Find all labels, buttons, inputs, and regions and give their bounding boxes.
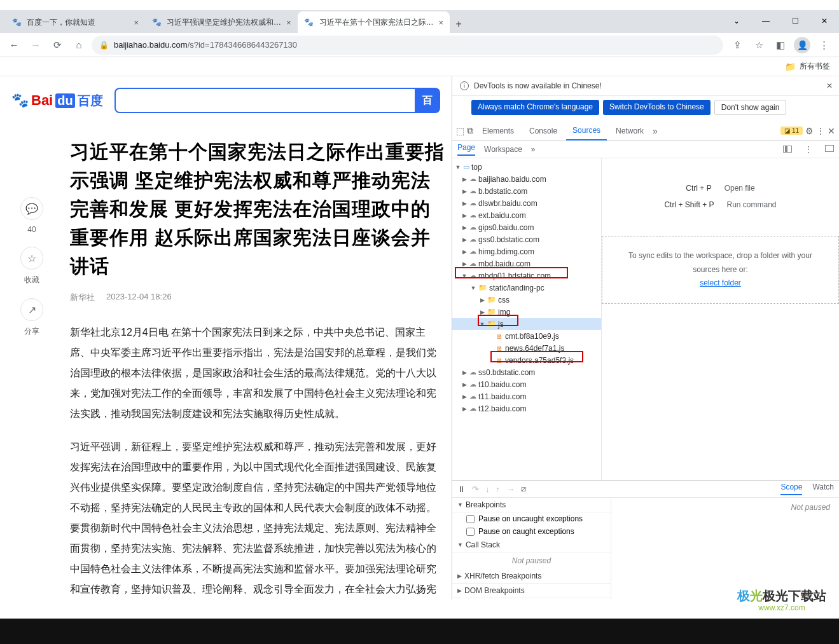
profile-avatar[interactable]: 👤	[792, 35, 812, 55]
tab-2-active[interactable]: 习近平在第十个国家宪法日之际… ×	[298, 11, 450, 33]
pane-layout-icon[interactable]	[783, 146, 792, 153]
menu-icon[interactable]: ⋮	[814, 35, 834, 55]
tree-folder-css[interactable]: ▶📁css	[452, 294, 601, 306]
tab-title: 习近平在第十个国家宪法日之际…	[319, 17, 434, 28]
subtab-workspace[interactable]: Workspace	[484, 145, 522, 154]
section-global-listeners[interactable]: ▶Global Listeners	[452, 598, 611, 599]
subtab-page[interactable]: Page	[457, 143, 475, 156]
section-breakpoints[interactable]: ▼Breakpoints	[452, 498, 611, 512]
tab-elements[interactable]: Elements	[476, 121, 520, 140]
sidepanel-icon[interactable]: ◧	[770, 35, 791, 55]
tree-folder-img[interactable]: ▶📁img	[452, 306, 601, 318]
tab-title: 习近平强调坚定维护宪法权威和…	[167, 17, 281, 28]
address-bar[interactable]: 🔒 baijiahao.baidu.com/s?id=1784346686443…	[92, 36, 723, 55]
tree-domain[interactable]: ▶☁b.bdstatic.com	[452, 185, 601, 197]
close-icon[interactable]: ×	[134, 18, 139, 27]
step-into-icon[interactable]: ↓	[485, 484, 490, 494]
step-out-icon[interactable]: ↑	[496, 484, 501, 494]
select-folder-link[interactable]: select folder	[700, 278, 741, 287]
section-callstack[interactable]: ▼Call Stack	[452, 538, 611, 552]
section-xhr[interactable]: ▶XHR/fetch Breakpoints	[452, 569, 611, 584]
tab-scope[interactable]: Scope	[780, 483, 802, 495]
tree-domain[interactable]: ▶☁baijiahao.baidu.com	[452, 173, 601, 185]
tab-console[interactable]: Console	[523, 121, 564, 140]
tree-domain-mbdp[interactable]: ▼☁mbdp01.bdstatic.com	[452, 270, 601, 282]
section-dom-bp[interactable]: ▶DOM Breakpoints	[452, 584, 611, 598]
tab-1[interactable]: 习近平强调坚定维护宪法权威和… ×	[145, 11, 298, 33]
tab-sources[interactable]: Sources	[566, 121, 607, 140]
tree-domain[interactable]: ▶☁gss0.bdstatic.com	[452, 233, 601, 245]
sources-tree: ▼▭top ▶☁baijiahao.baidu.com ▶☁b.bdstatic…	[452, 158, 602, 480]
paw-icon: 🐾	[11, 92, 29, 109]
windows-taskbar[interactable]	[0, 619, 839, 644]
tree-domain[interactable]: ▶☁ss0.bdstatic.com	[452, 366, 601, 378]
tree-domain[interactable]: ▶☁gips0.baidu.com	[452, 221, 601, 233]
tree-domain[interactable]: ▶☁t12.baidu.com	[452, 402, 601, 414]
folder-icon: 📁	[785, 62, 796, 72]
tree-domain[interactable]: ▶☁mbd.baidu.com	[452, 257, 601, 270]
close-banner-icon[interactable]: ✕	[826, 81, 833, 90]
tab-0[interactable]: 百度一下，你就知道 ×	[5, 11, 145, 33]
switch-chinese-button[interactable]: Switch DevTools to Chinese	[603, 100, 711, 115]
search-input[interactable]	[114, 88, 415, 113]
more-tabs-icon[interactable]: »	[653, 126, 658, 136]
tree-domain[interactable]: ▶☁himg.bdimg.com	[452, 245, 601, 257]
baidu-favicon-icon	[11, 17, 22, 27]
tree-folder-js[interactable]: ▼📁js	[452, 318, 601, 330]
close-window-button[interactable]: ✕	[810, 10, 839, 32]
reload-button[interactable]: ⟳	[48, 36, 66, 54]
tree-domain[interactable]: ▶☁ext.baidu.com	[452, 209, 601, 221]
forward-button[interactable]: →	[27, 36, 45, 54]
device-toggle-icon[interactable]: ⧉	[467, 125, 473, 136]
dont-show-button[interactable]: Don't show again	[714, 100, 787, 115]
article-paragraph: 习近平强调，新征程上，要坚定维护宪法权威和尊严，推动宪法完善和发展，更好发挥宪法…	[70, 437, 445, 599]
settings-icon[interactable]: ⚙	[805, 126, 814, 136]
home-button[interactable]: ⌂	[70, 36, 88, 54]
back-button[interactable]: ←	[5, 36, 23, 54]
tree-file[interactable]: 🗎cmt.bf8a10e9.js	[452, 330, 601, 342]
subtab-more-icon[interactable]: »	[531, 145, 536, 154]
share-icon[interactable]: ⇪	[727, 35, 747, 55]
tree-top[interactable]: ▼▭top	[452, 161, 601, 173]
maximize-button[interactable]: ☐	[780, 10, 810, 32]
article-source[interactable]: 新华社	[70, 292, 95, 303]
info-icon: i	[460, 81, 469, 90]
always-match-button[interactable]: Always match Chrome's language	[471, 100, 599, 115]
pane-split-icon[interactable]	[825, 145, 834, 152]
share-label: 分享	[24, 326, 39, 337]
tab-dropdown-button[interactable]: ⌄	[722, 10, 751, 32]
issues-badge[interactable]: ◪ 11	[780, 127, 803, 135]
tab-network[interactable]: Network	[609, 121, 650, 140]
search-button[interactable]: 百	[415, 88, 440, 113]
tree-file[interactable]: 🗎news.64def7a1.js	[452, 342, 601, 354]
all-bookmarks-link[interactable]: 所有书签	[800, 61, 830, 72]
devtools-panel: i DevTools is now available in Chinese! …	[452, 76, 839, 599]
pause-icon[interactable]: ⏸	[457, 484, 466, 494]
inspect-icon[interactable]: ⬚	[456, 126, 464, 136]
minimize-button[interactable]: —	[751, 10, 780, 32]
scope-not-paused: Not paused	[611, 498, 839, 599]
pane-more-icon[interactable]: ⋮	[805, 145, 812, 154]
pause-caught-checkbox[interactable]	[466, 528, 475, 536]
close-icon[interactable]: ×	[439, 18, 444, 27]
tree-domain[interactable]: ▶☁dlswbr.baidu.com	[452, 197, 601, 209]
tab-watch[interactable]: Watch	[812, 483, 834, 495]
deactivate-bp-icon[interactable]: ⧄	[521, 484, 526, 494]
tree-folder-static[interactable]: ▼📁static/landing-pc	[452, 282, 601, 294]
comment-button[interactable]: 💬	[20, 197, 43, 220]
close-devtools-icon[interactable]: ✕	[828, 126, 835, 136]
new-tab-button[interactable]: +	[450, 15, 468, 33]
tree-file-vendors[interactable]: 🗎vendors.a75ad5f3.js	[452, 354, 601, 366]
tree-domain[interactable]: ▶☁t10.baidu.com	[452, 378, 601, 390]
bookmark-icon[interactable]: ☆	[749, 35, 769, 55]
tree-domain[interactable]: ▶☁t11.baidu.com	[452, 390, 601, 402]
step-over-icon[interactable]: ↷	[472, 484, 479, 494]
pause-uncaught-checkbox[interactable]	[466, 515, 475, 523]
share-button[interactable]: ↗	[20, 298, 43, 321]
step-icon[interactable]: →	[506, 484, 515, 494]
close-icon[interactable]: ×	[286, 18, 291, 27]
baidu-logo[interactable]: 🐾 Baidu百度	[11, 92, 103, 109]
tab-title: 百度一下，你就知道	[27, 17, 95, 28]
favorite-button[interactable]: ☆	[20, 247, 43, 270]
devtools-menu-icon[interactable]: ⋮	[816, 126, 825, 136]
